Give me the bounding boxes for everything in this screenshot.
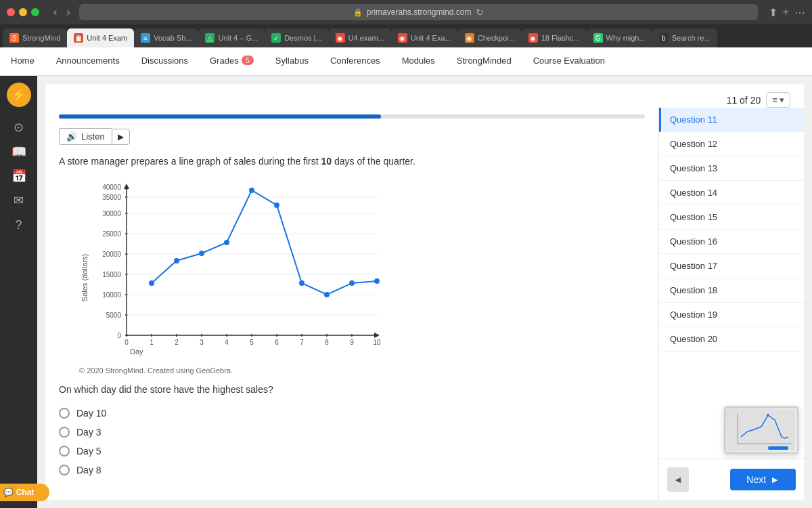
svg-text:5000: 5000 <box>106 312 122 319</box>
reload-icon[interactable]: ↻ <box>476 7 484 18</box>
tab-t1[interactable]: SStrongMind <box>3 28 67 47</box>
radio-circle <box>59 465 70 475</box>
tab-label: Unit 4 – G... <box>218 34 258 42</box>
sidebar-icon-mail[interactable]: ✉ <box>7 188 31 213</box>
nav-item-grades[interactable]: Grades5 <box>199 47 265 75</box>
answer-options: Day 10Day 3Day 5Day 8 <box>59 404 645 480</box>
option-opt4[interactable]: Day 8 <box>59 461 645 480</box>
nav-label: Conferences <box>330 56 380 66</box>
question-list-item-q11[interactable]: Question 11 <box>659 108 804 132</box>
quiz-menu-button[interactable]: ≡ ▾ <box>766 92 790 108</box>
tab-t5[interactable]: ✓Desmos |... <box>265 28 328 47</box>
question-list-item-q15[interactable]: Question 15 <box>659 205 804 230</box>
listen-button[interactable]: 🔊 Listen <box>59 128 112 145</box>
nav-item-conferences[interactable]: Conferences <box>319 47 391 75</box>
svg-text:7: 7 <box>300 339 304 346</box>
counter-text: 11 of 20 <box>727 95 761 106</box>
minimize-button[interactable] <box>19 8 27 16</box>
svg-text:0: 0 <box>117 332 121 339</box>
question-list-item-q17[interactable]: Question 17 <box>659 254 804 278</box>
prev-button[interactable]: ◄ <box>667 467 689 492</box>
sidebar-icon-calendar[interactable]: 📅 <box>7 164 31 188</box>
nav-item-discussions[interactable]: Discussions <box>131 47 199 75</box>
sidebar-icon-help[interactable]: ? <box>7 213 31 237</box>
question-list-item-q18[interactable]: Question 18 <box>659 278 804 303</box>
question-list-item-q13[interactable]: Question 13 <box>659 156 804 181</box>
nav-item-modules[interactable]: Modules <box>391 47 446 75</box>
listen-button-group: 🔊 Listen ▶ <box>59 128 645 145</box>
back-button[interactable]: ‹ <box>50 5 60 20</box>
next-label: Next <box>746 474 766 485</box>
progress-bar-fill <box>59 114 381 119</box>
tab-t10[interactable]: GWhy migh... <box>587 28 652 47</box>
main-content: 11 of 20 ≡ ▾ <box>37 76 812 508</box>
thumbnail-content <box>725 408 797 452</box>
nav-item-announcements[interactable]: Announcements <box>45 47 131 75</box>
tab-t2[interactable]: 📋Unit 4 Exam <box>67 28 134 47</box>
quiz-body: 🔊 Listen ▶ A store manager prepares a li… <box>45 108 804 500</box>
tab-t7[interactable]: ◉Unit 4 Exa... <box>391 28 458 47</box>
extensions-button[interactable]: ⋯ <box>794 6 805 19</box>
question-text: A store manager prepares a line graph of… <box>59 154 645 169</box>
nav-item-home[interactable]: Home <box>0 47 45 75</box>
question-list-item-q20[interactable]: Question 20 <box>659 327 804 352</box>
sidebar-logo[interactable]: ⚡ <box>7 83 31 107</box>
sidebar-icon-book[interactable]: 📖 <box>7 140 31 164</box>
chart-point-day10 <box>374 278 380 284</box>
tab-t8[interactable]: ◉Checkpoi... <box>458 28 522 47</box>
nav-item-syllabus[interactable]: Syllabus <box>265 47 319 75</box>
tab-t9[interactable]: ◉18 Flashc... <box>522 28 587 47</box>
question-list-item-q12[interactable]: Question 12 <box>659 132 804 156</box>
share-button[interactable]: ⬆ <box>769 6 777 19</box>
add-tab-button[interactable]: + <box>783 6 789 19</box>
next-button[interactable]: Next ► <box>730 469 796 490</box>
svg-text:8: 8 <box>325 339 329 346</box>
menu-chevron: ▾ <box>780 95 784 105</box>
tab-favicon: ◉ <box>528 33 538 43</box>
svg-rect-57 <box>768 446 788 450</box>
option-opt2[interactable]: Day 3 <box>59 423 645 442</box>
tab-label: U4 exam... <box>348 34 384 42</box>
option-opt3[interactable]: Day 5 <box>59 442 645 461</box>
question-list-item-q16[interactable]: Question 16 <box>659 230 804 254</box>
chart-point-day3 <box>199 251 204 256</box>
chart-point-day9 <box>349 280 355 286</box>
forward-button[interactable]: › <box>63 5 73 20</box>
sidebar-icon-dashboard[interactable]: ⊙ <box>7 115 31 140</box>
address-bar[interactable]: 🔒 primaverahs.strongmind.com ↻ <box>79 4 758 20</box>
tab-favicon: ◉ <box>465 33 474 43</box>
option-opt1[interactable]: Day 10 <box>59 404 645 423</box>
svg-text:10: 10 <box>373 339 381 346</box>
tab-label: Why migh... <box>606 34 646 42</box>
maximize-button[interactable] <box>31 8 39 16</box>
listen-label: Listen <box>81 131 105 142</box>
question-list-item-q14[interactable]: Question 14 <box>659 181 804 205</box>
tab-t4[interactable]: △Unit 4 – G... <box>198 28 265 47</box>
tab-t11[interactable]: bSearch re... <box>652 28 717 47</box>
svg-text:40000: 40000 <box>102 184 121 191</box>
svg-text:Sales (dollars): Sales (dollars) <box>81 254 89 301</box>
quiz-header: 11 of 20 ≡ ▾ <box>45 84 804 108</box>
next-icon: ► <box>770 474 780 485</box>
play-button[interactable]: ▶ <box>112 129 130 145</box>
question-bold: 10 <box>321 156 332 167</box>
url-text: primaverahs.strongmind.com <box>367 7 472 17</box>
preview-thumbnail <box>724 406 798 454</box>
question-list-item-q19[interactable]: Question 19 <box>659 303 804 327</box>
chart-point-day6 <box>274 203 279 208</box>
tab-favicon: G <box>593 33 603 43</box>
svg-text:20000: 20000 <box>102 251 121 258</box>
chat-button[interactable]: 💬 Chat <box>0 484 49 501</box>
browser-actions: ⬆ + ⋯ <box>769 6 805 19</box>
nav-items: HomeAnnouncementsDiscussionsGrades5Sylla… <box>0 47 616 75</box>
tab-t3[interactable]: ≡Vocab Sh... <box>134 28 198 47</box>
nav-item-course-eval[interactable]: Course Evaluation <box>522 47 616 75</box>
option-label: Day 10 <box>76 408 106 419</box>
svg-text:35000: 35000 <box>102 194 121 201</box>
svg-text:15000: 15000 <box>102 271 121 278</box>
nav-item-strongminded[interactable]: StrongMinded <box>446 47 522 75</box>
tab-label: 18 Flashc... <box>541 34 580 42</box>
close-button[interactable] <box>7 8 15 16</box>
tab-t6[interactable]: ◉U4 exam... <box>329 28 391 47</box>
chart-point-day7 <box>299 280 304 286</box>
